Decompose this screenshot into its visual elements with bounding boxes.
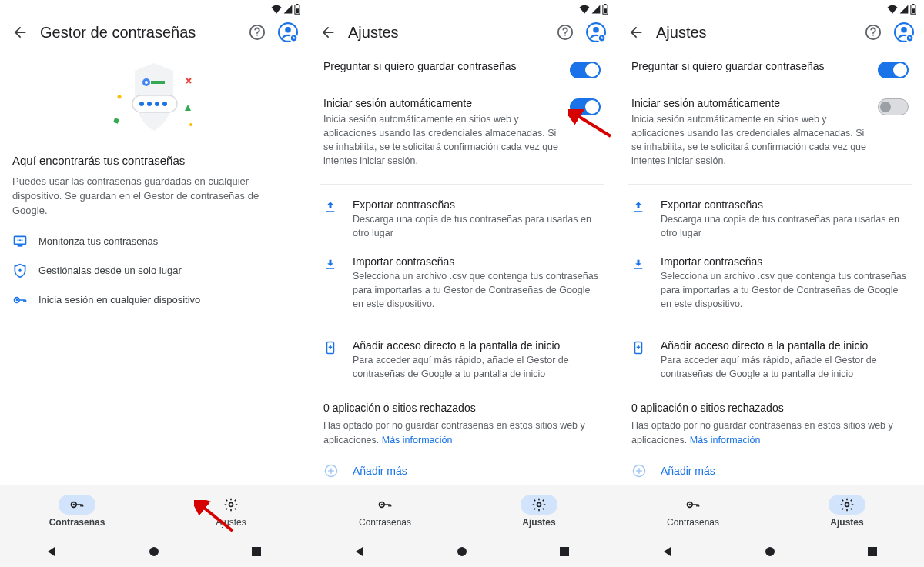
setting-title: Iniciar sesión automáticamente: [631, 97, 867, 109]
nav-passwords[interactable]: Contraseñas: [308, 485, 462, 536]
svg-point-52: [901, 27, 907, 33]
svg-rect-48: [912, 4, 914, 5]
account-icon[interactable]: [585, 22, 607, 43]
setting-title: Preguntar si quiero guardar contraseñas: [631, 60, 867, 72]
setting-ask-save[interactable]: Preguntar si quiero guardar contraseñas: [320, 51, 604, 88]
status-bar: [0, 0, 308, 17]
setting-desc: Inicia sesión automáticamente en sitios …: [323, 112, 559, 168]
plus-circle-icon: [323, 463, 339, 479]
svg-point-21: [19, 239, 21, 241]
app-bar: Ajustes: [308, 17, 616, 51]
svg-point-13: [155, 102, 159, 106]
help-icon[interactable]: [554, 22, 576, 43]
nav-settings[interactable]: Ajustes: [154, 485, 308, 536]
nav-label: Contraseñas: [49, 517, 105, 528]
signal-icon: [899, 5, 909, 14]
plus-circle-icon: [631, 463, 647, 479]
svg-point-27: [73, 503, 75, 505]
feature-label: Monitoriza tus contraseñas: [38, 235, 158, 247]
action-title: Añadir acceso directo a la pantalla de i…: [661, 339, 909, 352]
setting-auto-signin[interactable]: Iniciar sesión automáticamente Inicia se…: [628, 88, 912, 178]
toggle-ask-save[interactable]: [878, 62, 909, 78]
setting-ask-save[interactable]: Preguntar si quiero guardar contraseñas: [628, 51, 912, 88]
action-desc: Descarga una copia de tus contraseñas pa…: [353, 212, 601, 240]
upload-icon: [631, 198, 647, 240]
sys-back[interactable]: [45, 545, 58, 558]
account-icon[interactable]: [893, 22, 915, 43]
toggle-auto-signin[interactable]: [570, 98, 601, 115]
sys-home[interactable]: [148, 545, 160, 558]
nav-passwords[interactable]: Contraseñas: [616, 485, 770, 536]
action-export[interactable]: Exportar contraseñas Descarga una copia …: [320, 191, 604, 248]
divider: [628, 325, 912, 325]
gear-icon: [839, 497, 855, 512]
divider: [628, 395, 912, 395]
help-icon[interactable]: [862, 22, 884, 43]
screen-password-manager: Gestor de contraseñas Aquí encontrarás t…: [0, 0, 308, 567]
wifi-icon: [887, 5, 898, 14]
sys-home[interactable]: [456, 545, 468, 558]
wifi-icon: [579, 5, 590, 14]
add-more[interactable]: Añadir más: [320, 459, 604, 483]
back-button[interactable]: [9, 22, 31, 43]
page-title: Ajustes: [348, 24, 545, 42]
sys-recent[interactable]: [866, 545, 879, 558]
svg-rect-1: [296, 4, 298, 5]
setting-auto-signin[interactable]: Iniciar sesión automáticamente Inicia se…: [320, 88, 604, 178]
more-info-link[interactable]: Más información: [382, 435, 453, 445]
key-icon: [377, 497, 393, 512]
action-desc: Descarga una copia de tus contraseñas pa…: [661, 212, 909, 240]
action-desc: Selecciona un archivo .csv que contenga …: [353, 269, 601, 311]
action-title: Importar contraseñas: [353, 255, 601, 268]
content-area: Aquí encontrarás tus contraseñas Puedes …: [0, 51, 308, 485]
nav-label: Contraseñas: [667, 517, 719, 528]
app-bar: Gestor de contraseñas: [0, 17, 308, 51]
bottom-nav: Contraseñas Ajustes: [616, 485, 924, 536]
divider: [628, 184, 912, 185]
setting-title: Iniciar sesión automáticamente: [323, 97, 559, 109]
gear-icon: [223, 497, 239, 512]
status-bar: [308, 0, 616, 17]
sys-back[interactable]: [661, 545, 674, 558]
key-icon: [12, 292, 28, 308]
divider: [320, 395, 604, 395]
back-button[interactable]: [625, 22, 647, 43]
svg-point-14: [162, 102, 167, 106]
svg-rect-60: [868, 547, 877, 556]
back-button[interactable]: [317, 22, 339, 43]
content-area: Preguntar si quiero guardar contraseñas …: [308, 51, 616, 485]
svg-point-12: [147, 102, 152, 106]
action-import[interactable]: Importar contraseñas Selecciona un archi…: [320, 248, 604, 319]
toggle-auto-signin[interactable]: [878, 98, 909, 115]
wifi-icon: [271, 5, 282, 14]
setting-title: Preguntar si quiero guardar contraseñas: [323, 60, 559, 72]
svg-point-11: [139, 102, 144, 106]
action-shortcut[interactable]: Añadir acceso directo a la pantalla de i…: [320, 332, 604, 389]
main-subtitle: Puedes usar las contraseñas guardadas en…: [12, 175, 296, 218]
nav-passwords[interactable]: Contraseñas: [0, 485, 154, 536]
svg-point-42: [381, 503, 383, 505]
sys-home[interactable]: [764, 545, 776, 558]
nav-settings[interactable]: Ajustes: [462, 485, 616, 536]
action-title: Exportar contraseñas: [353, 198, 601, 211]
nav-settings[interactable]: Ajustes: [770, 485, 924, 536]
account-icon[interactable]: [277, 22, 299, 43]
shield-icon: [12, 263, 28, 278]
add-more-label: Añadir más: [661, 465, 715, 477]
svg-rect-16: [113, 118, 119, 124]
add-more[interactable]: Añadir más: [628, 459, 912, 483]
help-icon[interactable]: [246, 22, 268, 43]
toggle-ask-save[interactable]: [570, 62, 601, 78]
action-export[interactable]: Exportar contraseñas Descarga una copia …: [628, 191, 912, 248]
svg-point-20: [18, 239, 19, 241]
sys-back[interactable]: [353, 545, 366, 558]
add-home-icon: [631, 339, 647, 381]
more-info-link[interactable]: Más información: [690, 435, 761, 445]
battery-icon: [602, 4, 608, 15]
action-desc: Selecciona un archivo .csv que contenga …: [661, 269, 909, 311]
action-shortcut[interactable]: Añadir acceso directo a la pantalla de i…: [628, 332, 912, 389]
feature-label: Inicia sesión en cualquier dispositivo: [38, 294, 200, 305]
sys-recent[interactable]: [250, 545, 263, 558]
action-import[interactable]: Importar contraseñas Selecciona un archi…: [628, 248, 912, 319]
sys-recent[interactable]: [558, 545, 571, 558]
